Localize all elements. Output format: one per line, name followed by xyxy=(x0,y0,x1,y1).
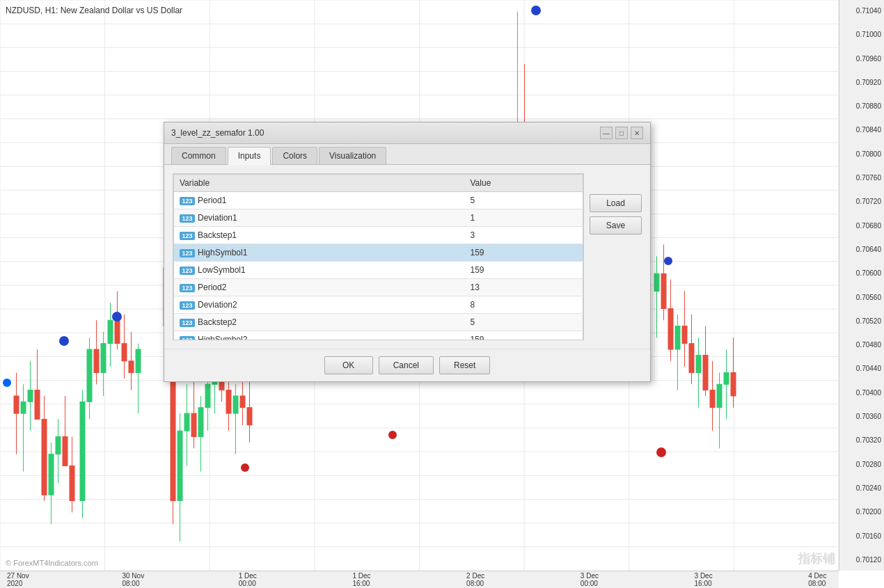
price-label: 0.70920 xyxy=(842,79,881,86)
price-label: 0.70680 xyxy=(842,222,881,230)
var-type-icon: 123 xyxy=(180,232,195,240)
table-header-row: Variable Value xyxy=(174,175,583,192)
variable-cell: 123Backstep2 xyxy=(174,314,465,331)
variable-cell: 123Backstep1 xyxy=(174,227,465,244)
table-row[interactable]: 123Period213 xyxy=(174,279,583,296)
price-label: 0.70960 xyxy=(842,55,881,63)
close-button[interactable]: ✕ xyxy=(631,127,643,139)
dialog-tabs: Common Inputs Colors Visualization xyxy=(164,144,650,165)
reset-button[interactable]: Reset xyxy=(439,356,490,374)
dialog-content-area: Variable Value 123Period15123Deviation11… xyxy=(164,165,650,349)
dialog-titlebar[interactable]: 3_level_zz_semafor 1.00 — □ ✕ xyxy=(164,122,650,144)
variable-cell: 123Deviation2 xyxy=(174,296,465,314)
price-label: 0.70520 xyxy=(842,317,881,325)
dialog-window-controls: — □ ✕ xyxy=(600,127,643,139)
variables-section: Variable Value 123Period15123Deviation11… xyxy=(173,173,584,340)
price-label: 0.70720 xyxy=(842,198,881,205)
price-label: 0.70320 xyxy=(842,436,881,444)
table-row[interactable]: 123Deviation28 xyxy=(174,296,583,314)
price-label: 0.70640 xyxy=(842,246,881,253)
watermark-right: 指标铺 xyxy=(798,550,835,567)
variable-cell: 123Deviation1 xyxy=(174,209,465,227)
value-cell: 8 xyxy=(465,296,583,314)
time-label: 4 Dec 08:00 xyxy=(808,572,832,587)
time-axis: 27 Nov 202030 Nov 08:001 Dec 00:001 Dec … xyxy=(0,571,839,588)
var-type-icon: 123 xyxy=(180,284,195,292)
variable-cell: 123Period2 xyxy=(174,279,465,296)
var-type-icon: 123 xyxy=(180,336,195,340)
table-row[interactable]: 123Backstep25 xyxy=(174,314,583,331)
minimize-button[interactable]: — xyxy=(600,127,613,139)
dialog-footer: OK Cancel Reset xyxy=(164,349,650,381)
cancel-button[interactable]: Cancel xyxy=(379,356,434,374)
time-label: 27 Nov 2020 xyxy=(7,572,31,587)
value-cell: 5 xyxy=(465,192,583,209)
table-row[interactable]: 123Backstep13 xyxy=(174,227,583,244)
price-label: 0.70880 xyxy=(842,102,881,110)
table-row[interactable]: 123Deviation11 xyxy=(174,209,583,227)
save-button[interactable]: Save xyxy=(590,216,642,235)
var-type-icon: 123 xyxy=(180,197,195,205)
chart-title: NZDUSD, H1: New Zealand Dollar vs US Dol… xyxy=(6,6,182,15)
load-button[interactable]: Load xyxy=(590,194,642,212)
var-type-icon: 123 xyxy=(180,214,195,223)
price-label: 0.70600 xyxy=(842,269,881,277)
watermark-left: © ForexMT4Indicators.com xyxy=(6,559,98,567)
value-cell: 159 xyxy=(465,331,583,341)
variable-cell: 123Period1 xyxy=(174,192,465,209)
tab-visualization[interactable]: Visualization xyxy=(319,147,386,164)
price-label: 0.71000 xyxy=(842,31,881,38)
indicator-settings-dialog: 3_level_zz_semafor 1.00 — □ ✕ Common Inp… xyxy=(164,122,651,382)
price-label: 0.70200 xyxy=(842,508,881,516)
variables-table-container[interactable]: Variable Value 123Period15123Deviation11… xyxy=(173,173,584,340)
variables-table: Variable Value 123Period15123Deviation11… xyxy=(173,174,583,340)
variable-cell: 123HighSymbol1 xyxy=(174,244,465,262)
price-label: 0.71040 xyxy=(842,7,881,15)
maximize-button[interactable]: □ xyxy=(615,127,628,139)
tab-inputs[interactable]: Inputs xyxy=(228,147,271,165)
col-value-header: Value xyxy=(465,175,583,192)
variable-cell: 123HighSymbol2 xyxy=(174,331,465,341)
tab-common[interactable]: Common xyxy=(171,147,226,164)
time-label: 3 Dec 16:00 xyxy=(695,572,718,587)
price-label: 0.70480 xyxy=(842,341,881,349)
var-type-icon: 123 xyxy=(180,267,195,275)
value-cell: 5 xyxy=(465,314,583,331)
table-row[interactable]: 123LowSymbol1159 xyxy=(174,262,583,279)
time-label: 3 Dec 00:00 xyxy=(581,572,604,587)
tab-colors[interactable]: Colors xyxy=(272,147,317,164)
price-label: 0.70840 xyxy=(842,126,881,134)
variable-cell: 123LowSymbol1 xyxy=(174,262,465,279)
price-label: 0.70120 xyxy=(842,556,881,564)
price-label: 0.70360 xyxy=(842,413,881,420)
value-cell: 159 xyxy=(465,244,583,262)
price-label: 0.70440 xyxy=(842,365,881,372)
table-row[interactable]: 123Period15 xyxy=(174,192,583,209)
time-label: 2 Dec 08:00 xyxy=(466,572,490,587)
value-cell: 159 xyxy=(465,262,583,279)
col-variable-header: Variable xyxy=(174,175,465,192)
price-label: 0.70160 xyxy=(842,532,881,540)
value-cell: 1 xyxy=(465,209,583,227)
var-type-icon: 123 xyxy=(180,249,195,257)
table-row[interactable]: 123HighSymbol2159 xyxy=(174,331,583,341)
var-type-icon: 123 xyxy=(180,301,195,310)
time-label: 1 Dec 16:00 xyxy=(352,572,376,587)
price-label: 0.70400 xyxy=(842,389,881,397)
value-cell: 3 xyxy=(465,227,583,244)
ok-button[interactable]: OK xyxy=(324,356,373,374)
time-label: 1 Dec 00:00 xyxy=(239,572,262,587)
price-label: 0.70800 xyxy=(842,150,881,158)
value-cell: 13 xyxy=(465,279,583,296)
price-axis: 0.710400.710000.709600.709200.708800.708… xyxy=(839,0,884,571)
price-label: 0.70240 xyxy=(842,484,881,492)
table-row[interactable]: 123HighSymbol1159 xyxy=(174,244,583,262)
dialog-title: 3_level_zz_semafor 1.00 xyxy=(171,128,264,138)
price-label: 0.70560 xyxy=(842,294,881,301)
table-body: 123Period15123Deviation11123Backstep1312… xyxy=(174,192,583,341)
price-label: 0.70760 xyxy=(842,174,881,182)
side-buttons-area: Load Save xyxy=(590,173,642,340)
var-type-icon: 123 xyxy=(180,319,195,327)
time-label: 30 Nov 08:00 xyxy=(122,572,148,587)
price-label: 0.70280 xyxy=(842,461,881,468)
